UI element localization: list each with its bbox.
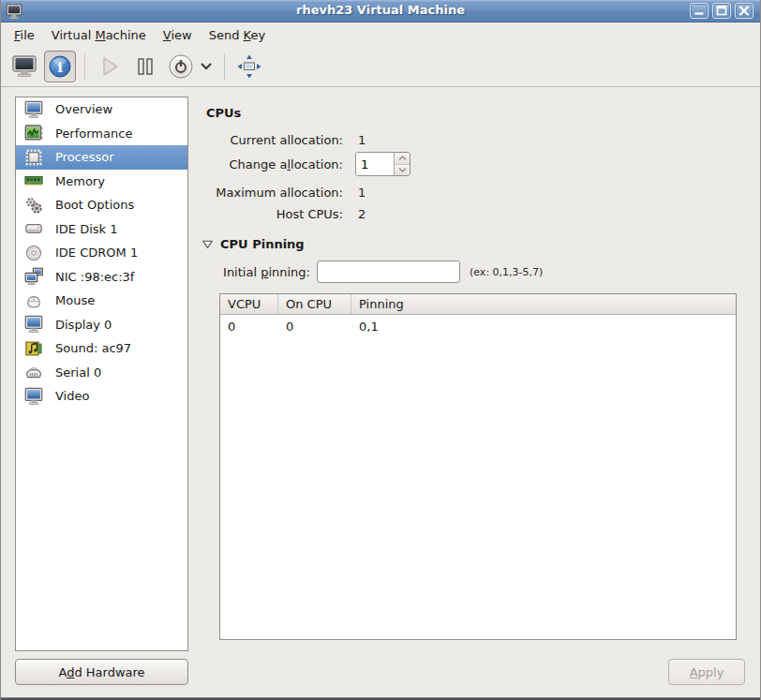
menubar: File Virtual Machine View Send Key bbox=[1, 23, 760, 46]
minimize-button[interactable] bbox=[690, 3, 709, 19]
maximum-allocation-label: Maximum allocation: bbox=[206, 186, 343, 200]
vcpu-pinning-table: VCPU On CPU Pinning 0 0 0,1 bbox=[219, 293, 737, 640]
menu-file[interactable]: File bbox=[6, 25, 43, 45]
current-allocation-row: Current allocation: 1 bbox=[206, 130, 366, 149]
sidebar-item-performance[interactable]: Performance bbox=[16, 122, 187, 146]
change-allocation-row: Change allocation: bbox=[206, 152, 410, 176]
toolbar-separator bbox=[84, 53, 85, 80]
cpus-section-title: CPUs bbox=[206, 106, 241, 120]
pinning-hint: (ex: 0,1,3-5,7) bbox=[470, 266, 543, 278]
menu-virtual-machine[interactable]: Virtual Machine bbox=[43, 25, 155, 45]
hardware-list: Overview Performance Processor Memory Bo… bbox=[15, 97, 188, 651]
add-hardware-button[interactable]: Add Hardware bbox=[15, 659, 188, 685]
table-header: VCPU On CPU Pinning bbox=[220, 294, 736, 315]
window-title: rhevh23 Virtual Machine bbox=[1, 3, 760, 17]
sidebar-item-display-0[interactable]: Display 0 bbox=[16, 313, 187, 337]
display-icon bbox=[22, 314, 45, 335]
sidebar-item-label: IDE CDROM 1 bbox=[55, 246, 138, 260]
computer-icon bbox=[22, 99, 45, 120]
fullscreen-icon bbox=[236, 53, 262, 80]
column-header-pinning[interactable]: Pinning bbox=[351, 294, 736, 314]
initial-pinning-input[interactable] bbox=[317, 261, 460, 283]
expander-open-icon bbox=[201, 238, 214, 250]
change-allocation-input[interactable] bbox=[356, 153, 394, 175]
menu-view[interactable]: View bbox=[155, 25, 201, 45]
content-area: Overview Performance Processor Memory Bo… bbox=[1, 88, 761, 698]
power-icon bbox=[167, 52, 195, 81]
hard-disk-icon bbox=[22, 218, 45, 239]
host-cpus-value: 2 bbox=[358, 207, 366, 221]
maximize-button[interactable] bbox=[712, 3, 731, 19]
sound-card-icon bbox=[22, 338, 45, 359]
sidebar-item-memory[interactable]: Memory bbox=[16, 170, 187, 194]
pause-button[interactable] bbox=[129, 51, 161, 82]
run-button[interactable] bbox=[94, 51, 126, 82]
sidebar-item-label: NIC :98:ec:3f bbox=[55, 270, 134, 284]
shutdown-button[interactable] bbox=[165, 51, 197, 82]
shutdown-menu-button[interactable] bbox=[197, 51, 216, 82]
mouse-icon bbox=[22, 290, 45, 311]
spin-down-button[interactable] bbox=[395, 165, 410, 176]
cdrom-disc-icon bbox=[22, 243, 45, 263]
gears-icon bbox=[22, 195, 45, 216]
change-allocation-label: Change allocation: bbox=[206, 157, 343, 171]
sidebar-item-label: Performance bbox=[55, 127, 132, 141]
sidebar-item-label: Sound: ac97 bbox=[55, 341, 131, 355]
sidebar-item-boot-options[interactable]: Boot Options bbox=[16, 193, 187, 217]
host-cpus-label: Host CPUs: bbox=[206, 207, 343, 221]
table-row[interactable]: 0 0 0,1 bbox=[220, 315, 736, 337]
sidebar-item-label: Serial 0 bbox=[55, 365, 101, 380]
sidebar-item-label: Processor bbox=[55, 150, 114, 164]
play-icon bbox=[97, 54, 122, 79]
network-interface-icon bbox=[22, 266, 45, 287]
host-cpus-row: Host CPUs: 2 bbox=[206, 204, 366, 223]
cpu-pinning-expander[interactable]: CPU Pinning bbox=[201, 237, 305, 251]
performance-chart-icon bbox=[22, 123, 45, 143]
virt-manager-window: rhevh23 Virtual Machine File Virtual Mac… bbox=[0, 0, 761, 700]
toolbar-separator bbox=[224, 53, 225, 80]
sidebar-item-serial-0[interactable]: Serial 0 bbox=[16, 361, 187, 385]
sidebar-item-sound[interactable]: Sound: ac97 bbox=[16, 336, 187, 361]
fullscreen-button[interactable] bbox=[233, 51, 265, 82]
toolbar: i bbox=[1, 46, 760, 87]
close-button[interactable] bbox=[735, 3, 754, 19]
memory-module-icon bbox=[22, 171, 45, 191]
console-view-button[interactable] bbox=[8, 51, 40, 82]
cell-vcpu: 0 bbox=[220, 320, 278, 334]
titlebar: rhevh23 Virtual Machine bbox=[1, 0, 760, 22]
details-view-button[interactable]: i bbox=[44, 51, 76, 82]
video-display-icon bbox=[22, 386, 45, 407]
maximum-allocation-row: Maximum allocation: 1 bbox=[206, 183, 366, 201]
pause-icon bbox=[134, 55, 157, 78]
info-icon: i bbox=[48, 54, 72, 79]
sidebar-item-label: Overview bbox=[55, 102, 112, 116]
column-header-vcpu[interactable]: VCPU bbox=[220, 294, 278, 314]
sidebar-item-label: Video bbox=[55, 389, 89, 403]
initial-pinning-row: Initial pinning: (ex: 0,1,3-5,7) bbox=[223, 261, 543, 283]
change-allocation-spinner[interactable] bbox=[355, 152, 410, 176]
sidebar-item-ide-disk-1[interactable]: IDE Disk 1 bbox=[16, 217, 187, 242]
sidebar-item-label: Mouse bbox=[55, 293, 95, 307]
sidebar-item-mouse[interactable]: Mouse bbox=[16, 289, 187, 313]
menu-send-key[interactable]: Send Key bbox=[201, 25, 274, 45]
cpu-chip-icon bbox=[22, 147, 45, 168]
sidebar-item-ide-cdrom-1[interactable]: IDE CDROM 1 bbox=[16, 241, 187, 265]
sidebar-item-label: Display 0 bbox=[55, 318, 112, 332]
console-monitor-icon bbox=[11, 54, 37, 79]
svg-text:i: i bbox=[57, 59, 63, 76]
cell-on-cpu: 0 bbox=[278, 320, 351, 334]
maximum-allocation-value: 1 bbox=[358, 186, 366, 200]
column-header-on-cpu[interactable]: On CPU bbox=[278, 294, 351, 314]
cpu-pinning-title: CPU Pinning bbox=[220, 237, 305, 251]
sidebar-item-video[interactable]: Video bbox=[16, 384, 187, 409]
sidebar-item-processor[interactable]: Processor bbox=[16, 145, 187, 170]
spin-up-button[interactable] bbox=[395, 153, 410, 165]
current-allocation-label: Current allocation: bbox=[206, 133, 343, 147]
initial-pinning-label: Initial pinning: bbox=[223, 265, 310, 279]
sidebar-item-label: Memory bbox=[55, 174, 105, 188]
sidebar-item-nic[interactable]: NIC :98:ec:3f bbox=[16, 265, 187, 290]
apply-button[interactable]: Apply bbox=[668, 659, 745, 685]
current-allocation-value: 1 bbox=[358, 133, 366, 147]
sidebar-item-overview[interactable]: Overview bbox=[16, 97, 187, 122]
cell-pinning: 0,1 bbox=[351, 320, 379, 334]
